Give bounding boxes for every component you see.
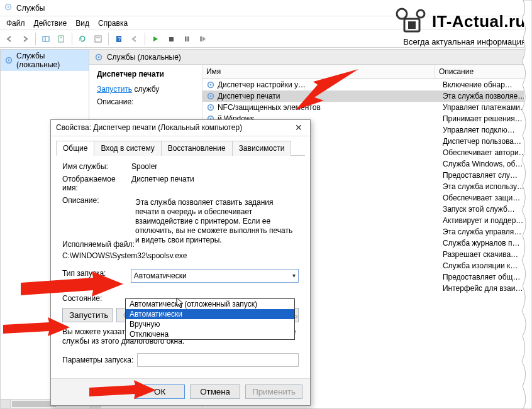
gear-icon [94, 53, 103, 62]
close-icon[interactable]: ✕ [292, 123, 305, 133]
tabstrip: Общие Вход в систему Восстановление Зави… [56, 140, 305, 156]
services-icon [4, 3, 13, 13]
svg-rect-6 [95, 36, 101, 42]
start-button[interactable]: Запустить [62, 308, 113, 322]
service-desc-cell: Эта служба использу… [443, 182, 528, 191]
menu-view[interactable]: Вид [75, 19, 89, 28]
label-state: Состояние: [62, 294, 131, 303]
service-desc-cell: Включение обнар… [443, 80, 528, 89]
tool-back[interactable] [3, 32, 16, 46]
service-desc-cell: Эта служба позволяе… [443, 92, 528, 101]
value-servicename: Spooler [131, 162, 299, 171]
tool-properties[interactable] [91, 32, 105, 46]
panel-subheader: Службы (локальные) [89, 50, 531, 65]
col-name[interactable]: Имя [202, 65, 435, 79]
tab-dependencies[interactable]: Зависимости [232, 141, 292, 156]
scroll-left[interactable] [1, 400, 11, 408]
tool-prev[interactable] [128, 32, 141, 46]
svg-point-19 [209, 84, 211, 86]
toolbar-separator [35, 33, 36, 45]
startup-type-combo[interactable]: Автоматически ▾ [131, 269, 299, 283]
col-description[interactable]: Описание [435, 65, 531, 79]
list-header: Имя Описание [202, 65, 531, 79]
toolbar-separator [72, 33, 72, 45]
cancel-button[interactable]: Отмена [190, 384, 240, 399]
label-params: Параметры запуска: [62, 356, 133, 364]
table-row[interactable]: Диспетчер настройки у…Включение обнар… [202, 79, 531, 90]
value-displayname: Диспетчер печати [131, 175, 299, 192]
scroll-thumb[interactable] [12, 401, 56, 407]
tool-restart-icon[interactable] [196, 32, 209, 46]
gear-icon [4, 56, 13, 65]
svg-text:?: ? [118, 36, 121, 42]
service-desc-cell: Служба Windows, об… [443, 160, 528, 168]
service-desc-cell: Служба изоляции к… [443, 261, 528, 270]
service-desc-cell: Принимает решения… [443, 114, 528, 123]
window-title: Службы [16, 4, 45, 13]
menu-action[interactable]: Действие [34, 19, 67, 28]
toolbar-separator [108, 33, 109, 45]
cursor-icon [176, 297, 186, 310]
gear-icon [206, 103, 215, 112]
svg-point-1 [8, 6, 9, 8]
properties-dialog: Свойства: Диспетчер печати (Локальный ко… [50, 119, 311, 406]
svg-point-21 [209, 95, 211, 97]
tab-general[interactable]: Общие [56, 141, 94, 156]
start-link[interactable]: Запустить [97, 85, 132, 94]
svg-rect-4 [58, 36, 64, 42]
tree-node-services-local[interactable]: Службы (локальные) [1, 50, 89, 71]
service-desc-cell: Интерфейс для взаи… [443, 284, 528, 293]
tree-node-label: Службы (локальные) [16, 52, 85, 69]
service-desc-cell: Разрешает скачива… [443, 250, 528, 259]
label-description: Описание: [62, 196, 131, 236]
watermark: IT-Actual.ru Всегда актуальная информаци… [394, 8, 526, 46]
dropdown-option[interactable]: Автоматически (отложенный запуск) [126, 299, 294, 309]
label-startup: Тип запуска: [62, 269, 131, 283]
service-desc-cell: Эта служба управля… [443, 227, 528, 236]
tool-export[interactable] [55, 32, 69, 46]
tab-logon[interactable]: Вход в систему [94, 141, 161, 156]
tool-help[interactable]: ? [112, 32, 126, 46]
chevron-down-icon: ▾ [292, 272, 296, 279]
service-desc-cell: Обеспечивает защи… [443, 194, 528, 202]
svg-point-57 [417, 10, 424, 18]
startup-dropdown[interactable]: Автоматически (отложенный запуск)Автомат… [125, 298, 295, 340]
tool-stop-icon[interactable] [164, 32, 178, 46]
tool-forward[interactable] [18, 32, 32, 46]
dialog-footer: ОК Отмена Применить [51, 378, 310, 405]
dropdown-option[interactable]: Вручную [126, 319, 294, 329]
description-label: Описание: [97, 97, 194, 106]
table-row[interactable]: Диспетчер печатиЭта служба позволяе… [202, 90, 531, 102]
service-name-cell: Диспетчер печати [218, 92, 280, 101]
service-desc-cell: Диспетчер пользова… [443, 137, 528, 146]
service-desc-cell: Служба журналов п… [443, 239, 528, 248]
service-desc-cell: Предоставляет общ… [443, 273, 528, 281]
table-row[interactable]: NFC/защищенных элементовУправляет платеж… [202, 102, 531, 113]
dropdown-option[interactable]: Автоматически [126, 309, 294, 319]
service-name-cell: NFC/защищенных элементов [218, 103, 321, 112]
service-desc-cell: Управляет подклю… [443, 126, 528, 134]
tool-refresh[interactable] [75, 32, 89, 46]
tool-start-icon[interactable] [148, 32, 162, 46]
label-displayname: Отображаемое имя: [62, 175, 131, 192]
watermark-logo-icon [394, 8, 428, 35]
watermark-subtitle: Всегда актуальная информация [394, 37, 526, 46]
tab-recovery[interactable]: Восстановление [161, 141, 233, 156]
toolbar-separator [145, 33, 145, 45]
startup-selected: Автоматически [134, 271, 187, 280]
gear-icon [206, 92, 215, 101]
params-input[interactable] [137, 353, 299, 367]
svg-point-56 [397, 9, 407, 19]
tool-pause-icon[interactable] [180, 32, 194, 46]
torn-edge [518, 0, 532, 409]
menu-help[interactable]: Справка [98, 19, 128, 28]
dropdown-option[interactable]: Отключена [126, 329, 294, 339]
svg-rect-2 [43, 36, 49, 41]
tool-show-hide[interactable] [39, 32, 53, 46]
svg-rect-12 [187, 36, 189, 41]
svg-rect-11 [185, 36, 187, 41]
label-servicename: Имя службы: [62, 162, 131, 171]
ok-button[interactable]: ОК [135, 384, 185, 399]
menu-file[interactable]: Файл [6, 19, 25, 28]
value-description: Эта служба позволяет ставить задания печ… [131, 196, 299, 236]
